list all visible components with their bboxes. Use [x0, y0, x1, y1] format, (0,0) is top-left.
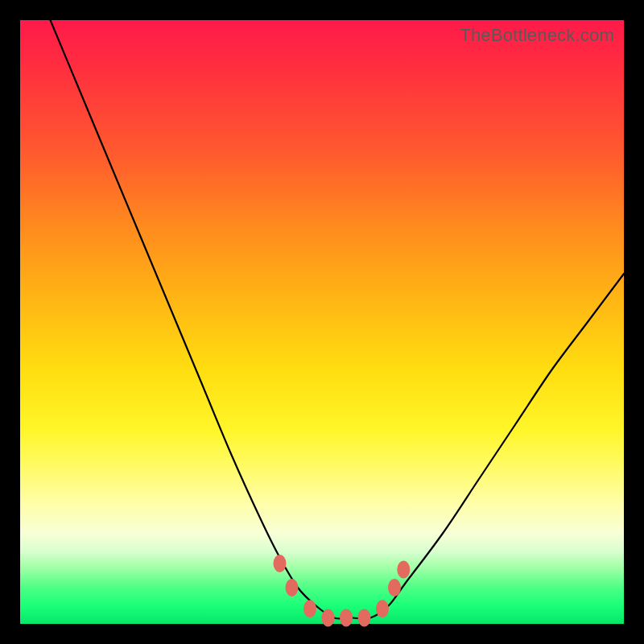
chart-frame: TheBottleneck.com: [0, 0, 644, 644]
bottleneck-curve: [20, 20, 624, 624]
marker-point: [358, 609, 371, 627]
marker-point: [388, 579, 401, 597]
curve-path: [51, 20, 625, 619]
marker-point: [397, 561, 410, 579]
marker-point: [322, 609, 335, 627]
marker-point: [376, 600, 389, 617]
marker-group: [274, 555, 411, 627]
marker-point: [286, 579, 299, 597]
marker-point: [340, 609, 353, 627]
marker-point: [274, 555, 287, 572]
marker-point: [303, 600, 316, 617]
plot-area: TheBottleneck.com: [20, 20, 624, 624]
